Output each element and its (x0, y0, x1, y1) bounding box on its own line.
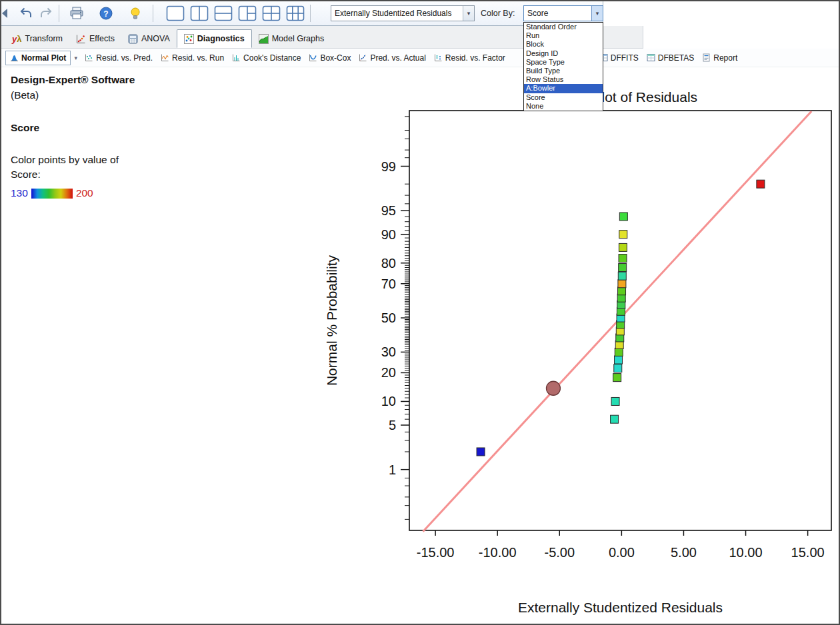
y-tick-label: 50 (381, 311, 396, 325)
data-point[interactable] (615, 356, 623, 364)
clipped-toolbar-button (1, 3, 8, 23)
dropdown-item[interactable]: Score (524, 93, 603, 102)
transform-icon: yλ (12, 34, 21, 44)
tab-model-graphs[interactable]: Model Graphs (252, 29, 331, 48)
pane-single-button[interactable] (165, 3, 185, 23)
help-icon: ? (99, 6, 113, 21)
pane-two-rows-icon (214, 5, 233, 21)
data-point[interactable] (611, 415, 619, 423)
data-point[interactable] (619, 264, 627, 272)
dropdown-item[interactable]: A:Bowler (524, 84, 603, 93)
print-icon (69, 5, 85, 21)
subtab-label: DFFITS (611, 53, 639, 63)
pane-single-icon (166, 5, 185, 21)
dropdown-item[interactable]: Block (524, 40, 603, 49)
toolbar-separator (59, 5, 59, 22)
data-point[interactable] (619, 255, 627, 263)
lightbulb-icon (128, 6, 143, 21)
y-tick-label: 5 (389, 418, 396, 432)
y-tick-label: 70 (381, 277, 396, 291)
data-point[interactable] (618, 287, 626, 295)
x-tick-label: 15.00 (791, 545, 825, 560)
x-tick-label: -15.00 (417, 545, 455, 560)
dropdown-item[interactable]: Run (524, 31, 603, 40)
dropdown-item[interactable]: Row Status (524, 75, 603, 84)
subtab-normal-plot[interactable]: Normal Plot (5, 51, 71, 65)
data-point[interactable] (546, 381, 560, 395)
tab-effects[interactable]: Effects (69, 29, 121, 48)
data-point[interactable] (477, 448, 485, 456)
toolbar-separator (310, 5, 311, 22)
resid-vs-run-icon (161, 53, 169, 62)
x-axis-label: Externally Studentized Residuals (518, 600, 723, 615)
normal-plot-options-arrow-icon[interactable]: ▾ (71, 51, 81, 65)
anova-icon (128, 34, 138, 44)
data-point[interactable] (757, 180, 765, 188)
y-tick-label: 90 (381, 227, 396, 242)
data-point[interactable] (613, 374, 621, 382)
subtab-box-cox[interactable]: Box-Cox (305, 51, 355, 65)
subtab-label: Resid. vs. Run (172, 53, 224, 63)
pane-grid-four-button[interactable] (261, 3, 281, 23)
redo-icon (39, 6, 53, 21)
help-button[interactable]: ? (96, 3, 116, 23)
residual-type-combo[interactable]: Externally Studentized Residuals ▾ (331, 5, 475, 21)
chevron-down-icon[interactable]: ▾ (463, 6, 474, 21)
y-tick-label: 95 (381, 203, 396, 218)
redo-button[interactable] (36, 3, 56, 23)
subtab-label: Box-Cox (320, 53, 351, 63)
pane-right-split-icon (238, 5, 257, 21)
svg-text:?: ? (103, 9, 108, 19)
dropdown-item[interactable]: Design ID (524, 49, 603, 58)
dropdown-item[interactable]: Space Type (524, 58, 603, 67)
dropdown-item[interactable]: Standard Order (524, 23, 603, 31)
pane-grid-four-icon (262, 5, 281, 21)
normal-plot-chart[interactable]: 15102030507080909599-15.00-10.00-5.000.0… (1, 67, 839, 624)
tab-diagnostics[interactable]: Diagnostics (177, 29, 252, 48)
chevron-down-icon[interactable]: ▾ (591, 6, 603, 21)
effects-icon (76, 34, 86, 44)
undo-button[interactable] (16, 3, 36, 23)
data-point[interactable] (619, 243, 627, 251)
x-tick-label: 5.00 (671, 545, 697, 560)
tips-button[interactable] (125, 3, 145, 23)
tab-label: Diagnostics (197, 34, 245, 43)
color-by-value: Score (524, 9, 591, 18)
tab-label: ANOVA (141, 34, 170, 43)
data-point[interactable] (615, 348, 623, 356)
pane-two-rows-button[interactable] (213, 3, 233, 23)
subtab-dfbetas[interactable]: DFBETAS (643, 51, 698, 65)
report-icon (702, 53, 711, 62)
subtab-label: Normal Plot (21, 53, 66, 63)
pane-two-columns-button[interactable] (189, 3, 209, 23)
data-point[interactable] (618, 280, 626, 288)
tab-transform[interactable]: yλTransform (5, 29, 69, 48)
subtab-cook-s-distance[interactable]: Cook's Distance (228, 51, 305, 65)
x-tick-label: -5.00 (544, 545, 575, 560)
tab-anova[interactable]: ANOVA (121, 29, 177, 48)
y-tick-label: 10 (381, 394, 396, 408)
dropdown-item[interactable]: None (524, 102, 603, 111)
dropdown-item[interactable]: Build Type (524, 67, 603, 75)
y-tick-label: 30 (381, 344, 396, 359)
data-point[interactable] (619, 231, 627, 239)
print-button[interactable] (67, 3, 87, 23)
data-point[interactable] (618, 272, 626, 280)
normal-plot-icon (10, 53, 19, 62)
diagnostics-icon (184, 34, 194, 44)
pane-two-columns-icon (190, 5, 209, 21)
subtab-pred-vs-actual[interactable]: Pred. vs. Actual (355, 51, 429, 65)
color-by-dropdown-list: Standard OrderRunBlockDesign IDSpace Typ… (523, 22, 603, 111)
color-by-combo[interactable]: Score ▾ (523, 5, 603, 21)
pane-right-split-button[interactable] (237, 3, 257, 23)
pane-grid-six-button[interactable] (285, 3, 305, 23)
data-point[interactable] (611, 397, 619, 405)
y-tick-label: 99 (381, 159, 396, 174)
y-tick-label: 80 (381, 256, 396, 271)
subtab-report[interactable]: Report (698, 51, 741, 65)
subtab-resid-vs-run[interactable]: Resid. vs. Run (157, 51, 228, 65)
subtab-resid-vs-pred-[interactable]: Resid. vs. Pred. (81, 51, 157, 65)
subtab-label: DFBETAS (658, 53, 694, 63)
data-point[interactable] (619, 213, 627, 221)
data-point[interactable] (614, 364, 622, 372)
